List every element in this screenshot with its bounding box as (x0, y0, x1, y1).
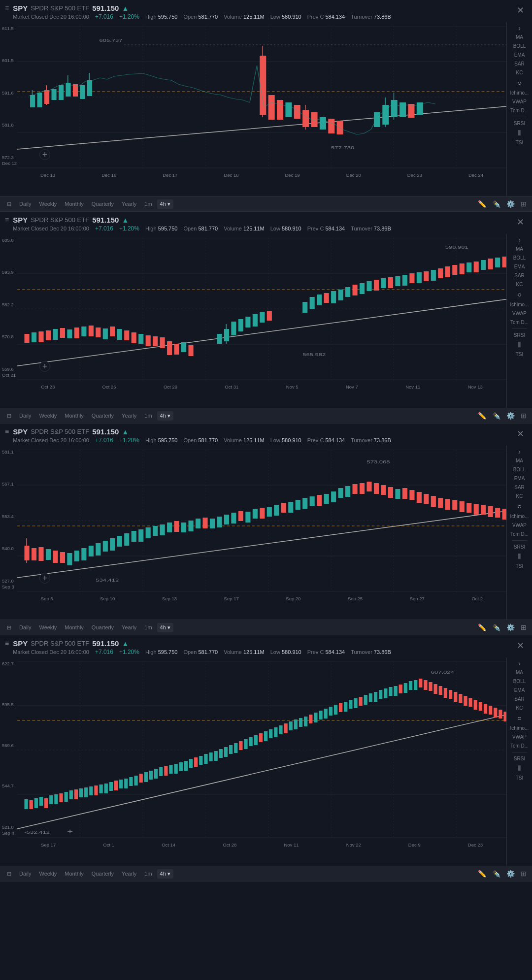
tsi-btn-1[interactable]: TSI (507, 139, 532, 146)
weekly-btn-1[interactable]: Weekly (36, 199, 60, 208)
boll-btn-1[interactable]: BOLL (507, 42, 532, 50)
ma-btn-3[interactable]: MA (507, 457, 532, 464)
close-btn-4[interactable]: ✕ (514, 639, 527, 652)
ema-btn-1[interactable]: EMA (507, 51, 532, 59)
add-chart-btn-3[interactable]: + (39, 573, 50, 584)
daily-btn-1[interactable]: Daily (16, 199, 34, 208)
settings-icon-1[interactable]: ⚙️ (505, 198, 516, 209)
sar-btn-2[interactable]: SAR (507, 272, 532, 279)
tsi-btn-3[interactable]: TSI (507, 562, 532, 570)
tomd-btn-4[interactable]: Tom D... (507, 742, 532, 750)
quarterly-btn-1[interactable]: Quarterly (89, 199, 117, 208)
monthly-btn-3[interactable]: Monthly (62, 623, 87, 632)
ma-btn-2[interactable]: MA (507, 245, 532, 253)
chart-canvas-3[interactable]: 581.1 567.1 553.4 540.0 527.0Sep 3 (0, 446, 506, 603)
ma-btn-4[interactable]: MA (507, 669, 532, 676)
tomd-btn-2[interactable]: Tom D... (507, 319, 532, 326)
chart-canvas-1[interactable]: 611.5 601.5 591.6 581.8 572.3Dec 12 (0, 22, 506, 180)
circle-icon-3[interactable]: ○ (516, 501, 522, 511)
ichimo-btn-2[interactable]: Ichimo... (507, 301, 532, 308)
4h-btn-1[interactable]: 4h ▾ (157, 199, 173, 209)
collapse-icon-2[interactable]: › (518, 236, 521, 244)
1m-btn-4[interactable]: 1m (141, 869, 155, 878)
daily-btn-2[interactable]: Daily (16, 411, 34, 420)
yearly-btn-2[interactable]: Yearly (119, 411, 139, 420)
ema-btn-4[interactable]: EMA (507, 686, 532, 694)
collapse-icon-1[interactable]: › (518, 24, 521, 32)
bars-icon-3[interactable]: ⦀ (518, 552, 521, 561)
templates-icon-3[interactable]: ⊞ (519, 622, 528, 633)
bars-icon-4[interactable]: ⦀ (518, 764, 521, 773)
menu-icon-4[interactable]: ≡ (5, 639, 9, 647)
tsi-btn-4[interactable]: TSI (507, 774, 532, 782)
tomd-btn-1[interactable]: Tom D... (507, 107, 532, 114)
tsi-btn-2[interactable]: TSI (507, 351, 532, 358)
srsi-btn-2[interactable]: SRSI (507, 331, 532, 339)
ma-btn-1[interactable]: MA (507, 33, 532, 41)
circle-icon-4[interactable]: ○ (516, 713, 522, 723)
ichimo-btn-4[interactable]: Ichimo... (507, 724, 532, 732)
templates-icon-4[interactable]: ⊞ (519, 868, 528, 879)
daily-btn-3[interactable]: Daily (16, 623, 34, 632)
sar-btn-3[interactable]: SAR (507, 484, 532, 491)
vwap-btn-3[interactable]: VWAP (507, 522, 532, 529)
1m-btn-2[interactable]: 1m (141, 411, 155, 420)
sar-btn-4[interactable]: SAR (507, 695, 532, 703)
settings-icon-3[interactable]: ⚙️ (505, 622, 516, 633)
draw-icon-2[interactable]: ✏️ (476, 410, 488, 421)
weekly-btn-4[interactable]: Weekly (36, 869, 60, 878)
draw-icon-3[interactable]: ✏️ (476, 622, 488, 633)
ema-btn-3[interactable]: EMA (507, 475, 532, 482)
menu-icon-3[interactable]: ≡ (5, 427, 9, 435)
4h-btn-4[interactable]: 4h ▾ (157, 869, 173, 879)
add-chart-btn-1[interactable]: + (39, 149, 50, 160)
pen-icon-4[interactable]: ✒️ (491, 868, 502, 879)
1m-btn-1[interactable]: 1m (141, 199, 155, 208)
collapse-btn-2[interactable]: ⊟ (4, 411, 14, 421)
vwap-btn-1[interactable]: VWAP (507, 98, 532, 105)
draw-icon-1[interactable]: ✏️ (476, 198, 488, 209)
vwap-btn-2[interactable]: VWAP (507, 310, 532, 317)
close-btn-3[interactable]: ✕ (514, 427, 527, 440)
weekly-btn-2[interactable]: Weekly (36, 411, 60, 420)
collapse-icon-4[interactable]: › (518, 659, 521, 667)
collapse-btn-3[interactable]: ⊟ (4, 623, 14, 632)
add-chart-btn-2[interactable]: + (39, 361, 50, 372)
quarterly-btn-2[interactable]: Quarterly (89, 411, 117, 420)
ichimo-btn-1[interactable]: Ichimo... (507, 89, 532, 97)
menu-icon-1[interactable]: ≡ (5, 4, 9, 12)
4h-btn-3[interactable]: 4h ▾ (157, 623, 173, 632)
vwap-btn-4[interactable]: VWAP (507, 733, 532, 741)
collapse-btn-1[interactable]: ⊟ (4, 199, 14, 209)
settings-icon-4[interactable]: ⚙️ (505, 868, 516, 879)
pen-icon-3[interactable]: ✒️ (491, 622, 502, 633)
quarterly-btn-4[interactable]: Quarterly (89, 869, 117, 878)
close-btn-1[interactable]: ✕ (514, 4, 527, 17)
monthly-btn-4[interactable]: Monthly (62, 869, 87, 878)
4h-btn-2[interactable]: 4h ▾ (157, 411, 173, 421)
1m-btn-3[interactable]: 1m (141, 623, 155, 632)
ichimo-btn-3[interactable]: Ichimo... (507, 513, 532, 520)
chart-canvas-2[interactable]: 605.8 593.9 582.2 570.8 559.6Oct 21 (0, 234, 506, 392)
kc-btn-2[interactable]: KC (507, 281, 532, 288)
circle-icon-2[interactable]: ○ (516, 290, 522, 299)
close-btn-2[interactable]: ✕ (514, 216, 527, 229)
srsi-btn-1[interactable]: SRSI (507, 120, 532, 127)
yearly-btn-1[interactable]: Yearly (119, 199, 139, 208)
menu-icon-2[interactable]: ≡ (5, 216, 9, 224)
yearly-btn-4[interactable]: Yearly (119, 869, 139, 878)
srsi-btn-4[interactable]: SRSI (507, 755, 532, 762)
collapse-btn-4[interactable]: ⊟ (4, 869, 14, 879)
boll-btn-4[interactable]: BOLL (507, 678, 532, 685)
collapse-icon-3[interactable]: › (518, 448, 521, 456)
kc-btn-1[interactable]: KC (507, 69, 532, 76)
sar-btn-1[interactable]: SAR (507, 60, 532, 67)
pen-icon-2[interactable]: ✒️ (491, 410, 502, 421)
bars-icon-2[interactable]: ⦀ (518, 340, 521, 349)
chart-canvas-4[interactable]: 622.7 595.5 569.6 544.7 521.0Sep 4 (0, 657, 506, 849)
kc-btn-4[interactable]: KC (507, 704, 532, 712)
ema-btn-2[interactable]: EMA (507, 263, 532, 270)
srsi-btn-3[interactable]: SRSI (507, 543, 532, 551)
weekly-btn-3[interactable]: Weekly (36, 623, 60, 632)
boll-btn-3[interactable]: BOLL (507, 466, 532, 473)
